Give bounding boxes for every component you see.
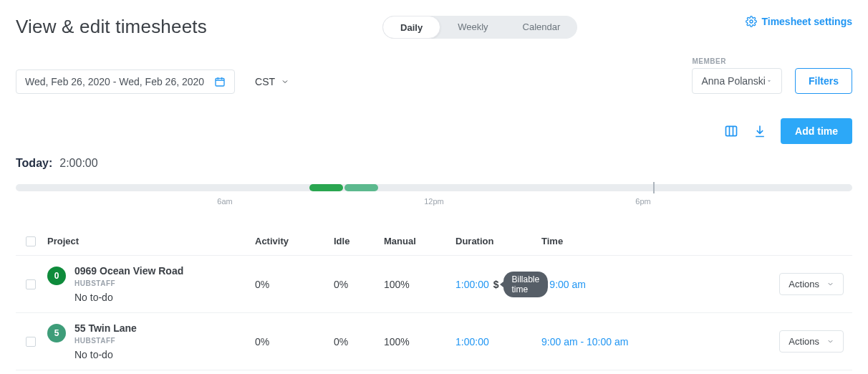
chevron-down-icon <box>281 77 289 86</box>
project-name: 0969 Ocean View Road <box>74 265 183 277</box>
activity-cell: 0% <box>255 336 334 347</box>
col-duration: Duration <box>455 236 541 246</box>
duration-link[interactable]: 1:00:00 <box>455 279 489 290</box>
duration-cell: 1:00:00$Billable time <box>455 272 541 297</box>
today-label: Today: <box>16 157 52 170</box>
actions-button[interactable]: Actions <box>779 273 844 295</box>
timezone-select[interactable]: CST <box>255 76 289 87</box>
duration-link[interactable]: 1:00:00 <box>455 336 489 347</box>
svg-rect-1 <box>216 78 224 86</box>
project-badge: 5 <box>47 324 66 342</box>
project-todo: No to-do <box>74 292 183 303</box>
gear-icon <box>746 16 757 27</box>
manual-cell: 100% <box>384 336 455 347</box>
caret-down-icon <box>766 77 773 85</box>
select-all-checkbox[interactable] <box>26 236 36 246</box>
filters-button[interactable]: Filters <box>795 68 852 94</box>
billable-tooltip: Billable time <box>503 272 549 297</box>
project-org: HUBSTAFF <box>74 279 183 287</box>
project-name: 55 Twin Lane <box>74 322 137 334</box>
timeline-tick: 6am <box>217 197 232 206</box>
tab-weekly[interactable]: Weekly <box>440 16 505 39</box>
timesheet-settings-link[interactable]: Timesheet settings <box>746 16 852 27</box>
timeline-segment[interactable] <box>309 184 343 191</box>
table-header: Project Activity Idle Manual Duration Ti… <box>16 227 852 256</box>
manual-cell: 100% <box>384 279 455 290</box>
project-badge: 0 <box>47 267 66 285</box>
timeline-now-marker <box>653 182 655 193</box>
timeline-tick: 12pm <box>424 197 444 206</box>
col-activity: Activity <box>255 236 334 246</box>
dollar-icon: $ <box>493 279 499 290</box>
table-row: 555 Twin LaneHUBSTAFFNo to-do0%0%100%1:0… <box>16 313 852 370</box>
row-checkbox[interactable] <box>26 279 36 289</box>
activity-cell: 0% <box>255 279 334 290</box>
svg-rect-2 <box>726 126 737 135</box>
download-icon[interactable] <box>752 123 768 139</box>
actions-label: Actions <box>789 336 819 347</box>
tab-daily[interactable]: Daily <box>382 16 440 39</box>
today-total: 2:00:00 <box>59 157 97 170</box>
calendar-icon <box>214 76 226 87</box>
project-todo: No to-do <box>74 349 137 360</box>
add-time-button[interactable]: Add time <box>781 118 852 144</box>
chevron-down-icon <box>826 280 834 288</box>
timeline-tick: 6pm <box>635 197 650 206</box>
date-range-label: Wed, Feb 26, 2020 - Wed, Feb 26, 2020 <box>25 76 204 87</box>
idle-cell: 0% <box>334 336 384 347</box>
actions-button[interactable]: Actions <box>779 330 844 353</box>
project-org: HUBSTAFF <box>74 337 137 345</box>
columns-icon[interactable] <box>723 123 739 139</box>
svg-point-0 <box>750 20 753 23</box>
col-time: Time <box>541 236 685 246</box>
settings-link-label: Timesheet settings <box>761 16 852 27</box>
table-row: 00969 Ocean View RoadHUBSTAFFNo to-do0%0… <box>16 256 852 313</box>
duration-cell: 1:00:00 <box>455 336 541 347</box>
col-idle: Idle <box>334 236 384 246</box>
idle-cell: 0% <box>334 279 384 290</box>
tab-calendar[interactable]: Calendar <box>506 16 578 39</box>
page-title: View & edit timesheets <box>16 16 207 38</box>
member-select[interactable]: Anna Polanski <box>692 68 782 94</box>
col-project: Project <box>47 236 255 246</box>
date-range-picker[interactable]: Wed, Feb 26, 2020 - Wed, Feb 26, 2020 <box>16 69 235 94</box>
member-value: Anna Polanski <box>701 75 766 87</box>
view-mode-toggle: Daily Weekly Calendar <box>382 16 577 39</box>
timeline-segment[interactable] <box>344 184 378 191</box>
day-timeline: 6am12pm6pm <box>16 184 852 207</box>
row-checkbox[interactable] <box>26 337 36 347</box>
chevron-down-icon <box>826 337 834 345</box>
col-manual: Manual <box>384 236 455 246</box>
actions-label: Actions <box>789 279 819 289</box>
time-range-link[interactable]: 9:00 am - 10:00 am <box>541 336 628 347</box>
member-field-label: MEMBER <box>692 57 782 65</box>
timezone-label: CST <box>255 76 275 87</box>
